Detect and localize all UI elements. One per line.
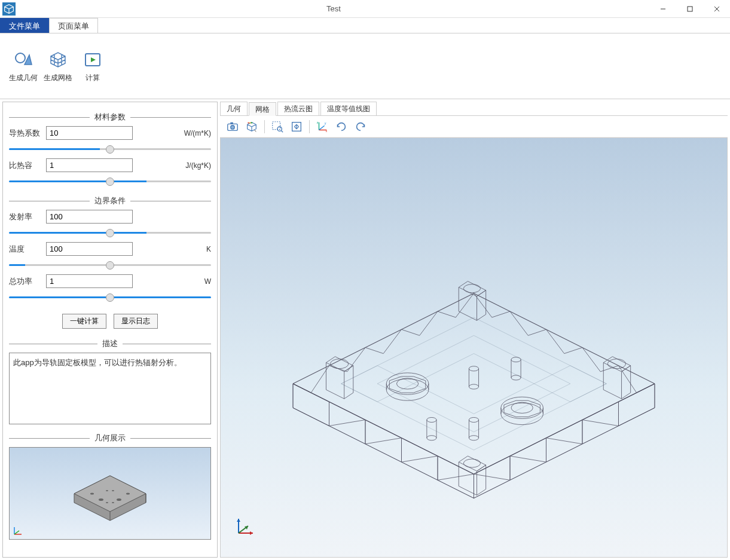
svg-point-39 xyxy=(386,373,429,394)
section-material-params: 材料参数 xyxy=(9,112,211,123)
svg-point-46 xyxy=(469,417,478,422)
rotate-ccw-icon[interactable] xyxy=(332,118,350,136)
svg-point-9 xyxy=(99,498,103,501)
label-heatcap: 比热容 xyxy=(9,160,41,171)
view-tab-heatmap[interactable]: 热流云图 xyxy=(277,102,319,115)
description-text: 此app为导轨固定板模型，可以进行热辐射分析。 xyxy=(9,353,211,424)
svg-point-40 xyxy=(396,378,418,389)
scene-options-icon[interactable] xyxy=(243,118,261,136)
compute-all-button[interactable]: 一键计算 xyxy=(62,314,106,329)
svg-text:x: x xyxy=(326,129,328,133)
svg-text:z: z xyxy=(317,120,319,124)
compute-icon xyxy=(82,49,103,71)
zoom-box-icon[interactable] xyxy=(268,118,286,136)
unit-heatcap: J/(kg*K) xyxy=(185,161,211,170)
svg-rect-20 xyxy=(230,122,233,124)
svg-point-44 xyxy=(469,366,478,371)
svg-point-10 xyxy=(117,498,121,501)
geometry-icon xyxy=(13,49,34,71)
rotate-cw-icon[interactable] xyxy=(352,118,369,136)
label-emissivity: 发射率 xyxy=(9,212,41,222)
input-heatcap[interactable] xyxy=(46,158,133,172)
zoom-extents-icon[interactable] xyxy=(288,118,306,136)
svg-point-51 xyxy=(427,436,436,440)
camera-icon[interactable] xyxy=(224,118,242,136)
label-conductivity: 导热系数 xyxy=(9,128,41,139)
svg-point-36 xyxy=(463,284,480,293)
toolbar-separator xyxy=(264,120,265,133)
section-geometry-preview: 几何展示 xyxy=(9,433,211,443)
svg-point-47 xyxy=(469,436,478,440)
show-log-button[interactable]: 显示日志 xyxy=(114,314,158,329)
ribbon-compute[interactable]: 计算 xyxy=(75,37,110,95)
label-temperature: 温度 xyxy=(9,244,41,255)
svg-point-19 xyxy=(231,125,234,128)
input-conductivity[interactable] xyxy=(46,126,133,140)
svg-point-49 xyxy=(511,375,521,380)
close-button[interactable] xyxy=(703,0,730,18)
ribbon-generate-mesh[interactable]: 生成网格 xyxy=(41,37,75,95)
sidebar-panel: 材料参数 导热系数 W/(m*K) 比热容 J/(kg*K) 边界条件 发射率 xyxy=(2,102,218,558)
svg-text:y: y xyxy=(325,121,326,125)
svg-point-11 xyxy=(106,490,108,491)
ribbon-generate-geometry[interactable]: 生成几何 xyxy=(6,37,41,95)
input-emissivity[interactable] xyxy=(46,210,133,224)
svg-line-17 xyxy=(14,531,19,534)
unit-power: W xyxy=(204,277,211,286)
unit-temperature: K xyxy=(206,245,211,253)
svg-rect-2 xyxy=(688,7,692,11)
mesh-render xyxy=(221,138,727,557)
axis-triad-icon[interactable]: zxy xyxy=(313,118,331,136)
svg-point-48 xyxy=(511,357,521,362)
view-tab-contour[interactable]: 温度等值线图 xyxy=(320,102,377,115)
viewport-3d[interactable] xyxy=(220,137,728,558)
svg-point-22 xyxy=(249,122,251,123)
view-tab-mesh[interactable]: 网格 xyxy=(249,102,276,116)
window-title: Test xyxy=(18,4,649,13)
svg-point-35 xyxy=(607,359,625,369)
slider-emissivity[interactable] xyxy=(9,232,211,234)
slider-temperature[interactable] xyxy=(9,264,211,266)
ribbon-compute-label: 计算 xyxy=(85,73,100,83)
svg-line-26 xyxy=(281,130,283,132)
svg-point-14 xyxy=(112,502,114,503)
mesh-icon xyxy=(47,49,69,71)
app-logo xyxy=(0,0,18,18)
svg-rect-24 xyxy=(273,121,280,129)
section-boundary-conditions: 边界条件 xyxy=(9,195,211,206)
slider-conductivity[interactable] xyxy=(9,148,211,150)
svg-point-23 xyxy=(251,122,252,123)
geometry-preview[interactable] xyxy=(9,447,211,540)
minimize-button[interactable] xyxy=(649,0,676,18)
ribbon-generate-geometry-label: 生成几何 xyxy=(9,73,38,83)
svg-point-7 xyxy=(90,492,94,494)
tab-page-menu[interactable]: 页面菜单 xyxy=(49,18,98,33)
svg-point-21 xyxy=(248,122,249,123)
axis-triad-icon xyxy=(12,526,23,537)
maximize-button[interactable] xyxy=(676,0,703,18)
label-power: 总功率 xyxy=(9,276,41,287)
svg-line-30 xyxy=(319,126,325,130)
ribbon-generate-mesh-label: 生成网格 xyxy=(44,73,72,83)
section-description: 描述 xyxy=(9,338,211,349)
axis-triad-icon xyxy=(233,515,256,539)
slider-power[interactable] xyxy=(9,296,211,298)
svg-point-5 xyxy=(16,53,25,63)
slider-heatcap[interactable] xyxy=(9,180,211,182)
toolbar-separator xyxy=(309,120,310,133)
view-tab-geometry[interactable]: 几何 xyxy=(220,102,248,115)
svg-point-50 xyxy=(427,417,436,422)
unit-conductivity: W/(m*K) xyxy=(184,129,211,137)
svg-point-37 xyxy=(463,459,480,467)
input-temperature[interactable] xyxy=(46,242,133,256)
svg-point-45 xyxy=(469,384,478,389)
input-power[interactable] xyxy=(46,274,133,288)
svg-point-13 xyxy=(106,502,108,503)
svg-point-12 xyxy=(112,490,114,491)
svg-point-25 xyxy=(277,127,282,131)
svg-point-8 xyxy=(126,492,130,494)
tab-file-menu[interactable]: 文件菜单 xyxy=(0,18,49,33)
